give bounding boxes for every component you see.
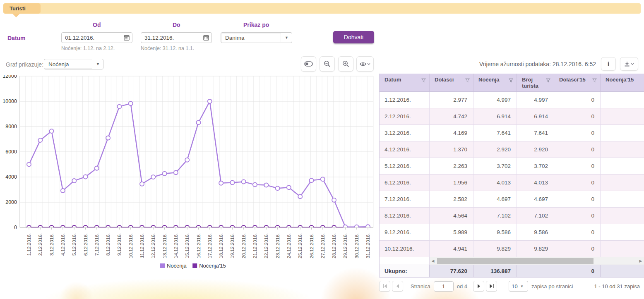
table-row[interactable]: 7.12.2016.2.5824.6974.6970 xyxy=(380,191,644,208)
prev-page-button[interactable] xyxy=(392,281,403,292)
export-button[interactable] xyxy=(620,57,638,71)
dohvati-button[interactable]: Dohvati xyxy=(333,31,374,43)
filter-icon[interactable] xyxy=(546,78,550,83)
prikaz-po-select[interactable]: Danima ▼ xyxy=(221,32,292,43)
info-button[interactable]: i xyxy=(601,57,616,71)
svg-text:11.12.2016.: 11.12.2016. xyxy=(139,233,144,258)
svg-text:28.12.2016.: 28.12.2016. xyxy=(332,233,336,258)
svg-text:12.12.2016.: 12.12.2016. xyxy=(151,233,156,258)
first-page-button[interactable] xyxy=(379,281,390,292)
svg-text:31.12.2016.: 31.12.2016. xyxy=(365,233,370,258)
zoom-in-button[interactable] xyxy=(338,56,353,72)
svg-text:6.12.2016.: 6.12.2016. xyxy=(83,233,88,256)
table-cell xyxy=(601,108,644,124)
table-row[interactable]: 2.12.2016.4.7426.9146.9140 xyxy=(380,108,644,125)
date-to-input[interactable] xyxy=(141,35,201,41)
table-row[interactable]: 1.12.2016.2.9774.9974.9970 xyxy=(380,92,644,108)
page-number-input[interactable] xyxy=(434,281,454,292)
table-cell: 0 xyxy=(554,191,601,207)
table-cell xyxy=(601,125,644,141)
column-header-4[interactable]: Broj turista xyxy=(517,74,554,91)
table-cell: 9.829 xyxy=(517,241,554,257)
first-page-icon xyxy=(382,284,387,289)
toggle-icon xyxy=(304,61,313,67)
total-cell: 136.887 xyxy=(473,265,517,277)
table-cell: 7.641 xyxy=(473,125,517,141)
table-cell xyxy=(601,241,644,257)
table-cell xyxy=(601,224,644,240)
svg-text:10000: 10000 xyxy=(2,98,17,104)
svg-text:12000: 12000 xyxy=(2,75,17,79)
table-cell: 7.641 xyxy=(517,125,554,141)
table-cell: 5.12.2016. xyxy=(380,158,430,174)
tab-pointer xyxy=(12,14,20,17)
zoom-out-icon xyxy=(324,60,331,67)
svg-text:2000: 2000 xyxy=(5,199,17,205)
column-label: Noćenja'15 xyxy=(606,77,634,91)
column-header-1[interactable]: Datum xyxy=(380,74,430,91)
turisti-dashboard: Turisti Od Do Prikaz po Datum Noćenje: 1… xyxy=(0,0,644,299)
table-row[interactable]: 3.12.2016.4.1697.6417.6410 xyxy=(380,125,644,141)
svg-text:16.12.2016.: 16.12.2016. xyxy=(196,233,201,258)
column-header-3[interactable]: Noćenja xyxy=(473,74,517,91)
svg-text:13.12.2016.: 13.12.2016. xyxy=(162,233,167,258)
hscroll-spacer xyxy=(380,257,430,265)
chevron-down-icon xyxy=(367,63,370,65)
svg-text:24.12.2016.: 24.12.2016. xyxy=(286,233,291,258)
table-cell xyxy=(601,158,644,174)
zoom-out-button[interactable] xyxy=(320,56,335,72)
table-cell: 2.263 xyxy=(430,158,473,174)
column-header-2[interactable]: Dolasci xyxy=(430,74,473,91)
table-cell: 0 xyxy=(554,92,601,108)
table-row[interactable]: 6.12.2016.1.9564.0134.0130 xyxy=(380,175,644,191)
date-from-input[interactable] xyxy=(62,35,121,41)
page-size-select[interactable]: 10 ▼ xyxy=(509,281,528,292)
filter-icon[interactable] xyxy=(509,78,513,83)
table-cell: 0 xyxy=(554,224,601,240)
table-cell: 0 xyxy=(554,208,601,224)
table-row[interactable]: 8.12.2016.4.5647.1027.1020 xyxy=(380,208,644,224)
tab-turisti[interactable]: Turisti xyxy=(3,3,41,14)
horizontal-scrollbar[interactable]: ◀ ▶ xyxy=(430,257,644,265)
grid-header-row: DatumDolasciNoćenjaBroj turistaDolasci'1… xyxy=(380,74,644,92)
table-cell: 2.977 xyxy=(430,92,473,108)
graf-prikazuje-select[interactable]: Noćenja ▼ xyxy=(44,59,103,69)
table-row[interactable]: 9.12.2016.5.9899.5869.5860 xyxy=(380,224,644,241)
table-row[interactable]: 4.12.2016.1.3702.9202.9200 xyxy=(380,141,644,158)
next-page-button[interactable] xyxy=(473,281,484,292)
calendar-icon[interactable] xyxy=(121,33,132,43)
table-cell xyxy=(601,208,644,224)
scroll-left-icon[interactable]: ◀ xyxy=(430,259,436,263)
data-updated-text: Vrijeme ažurnosti podataka: 28.12.2016. … xyxy=(479,61,596,67)
total-label: Ukupno: xyxy=(380,265,430,277)
scroll-right-icon[interactable]: ▶ xyxy=(637,259,644,263)
table-cell xyxy=(601,141,644,158)
filter-icon[interactable] xyxy=(465,78,470,83)
table-cell: 10.12.2016. xyxy=(380,241,430,257)
do-label: Do xyxy=(173,22,180,28)
table-cell: 9.829 xyxy=(473,241,517,257)
datum-label: Datum xyxy=(7,35,26,41)
filter-icon[interactable] xyxy=(592,78,597,83)
table-row[interactable]: 10.12.2016.4.9419.8299.8290 xyxy=(380,241,644,257)
filter-icon[interactable] xyxy=(421,78,426,83)
column-header-5[interactable]: Dolasci'15 xyxy=(554,74,601,91)
last-page-button[interactable] xyxy=(486,281,497,292)
table-cell: 9.12.2016. xyxy=(380,224,430,240)
scrollbar-thumb[interactable] xyxy=(437,258,594,264)
table-cell: 4.12.2016. xyxy=(380,141,430,158)
svg-text:9.12.2016.: 9.12.2016. xyxy=(117,233,122,256)
calendar-icon[interactable] xyxy=(201,33,211,43)
next-page-icon xyxy=(476,284,481,289)
stranica-label: Stranica xyxy=(411,283,430,289)
svg-text:21.12.2016.: 21.12.2016. xyxy=(252,233,257,258)
visibility-menu-button[interactable] xyxy=(356,56,374,72)
table-row[interactable]: 5.12.2016.2.2633.7023.7020 xyxy=(380,158,644,175)
column-header-6[interactable]: Noćenja'15 xyxy=(601,74,644,91)
column-label: Noćenja xyxy=(478,77,500,91)
toggle-series-button[interactable] xyxy=(301,56,316,72)
grid-total-row: Ukupno:77.620136.8870 xyxy=(380,265,644,277)
svg-text:18.12.2016.: 18.12.2016. xyxy=(219,233,223,258)
svg-text:2.12.2016.: 2.12.2016. xyxy=(38,233,43,256)
svg-text:29.12.2016.: 29.12.2016. xyxy=(343,233,348,258)
